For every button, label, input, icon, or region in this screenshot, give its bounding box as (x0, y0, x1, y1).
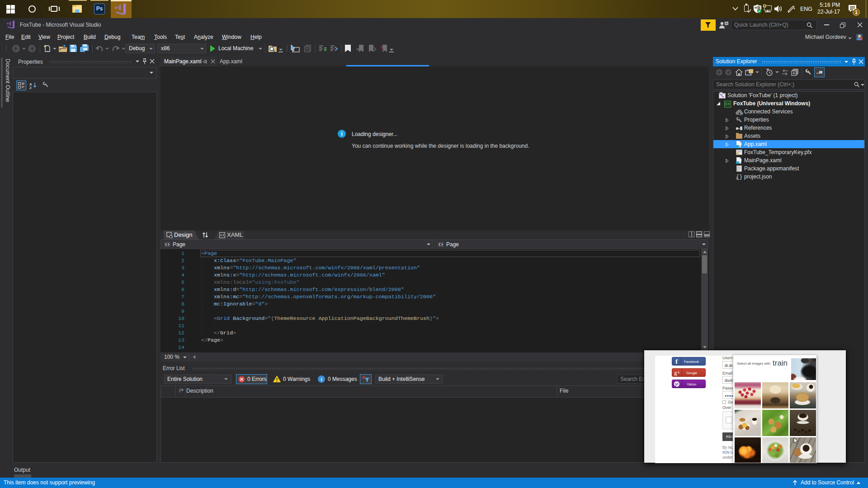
svg-text:Z: Z (29, 86, 32, 89)
